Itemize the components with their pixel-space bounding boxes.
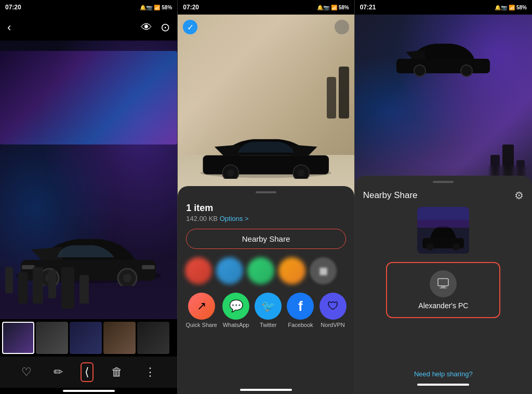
- whatsapp-icon: 💬: [222, 293, 249, 320]
- app-row: ↗ Quick Share 💬 WhatsApp 🐦 Twitter f Fac…: [178, 288, 354, 332]
- share-item-count: 1 item: [186, 203, 345, 214]
- mid-notification-icons: 🔔📷: [317, 5, 329, 10]
- bottom-toolbar: ♡ ✏ ⟨ 🗑 ⋮: [0, 357, 177, 388]
- device-pc-icon: [430, 270, 457, 297]
- edit-button[interactable]: ✏: [49, 361, 67, 383]
- device-alexanders-pc[interactable]: Alexander's PC: [386, 262, 500, 318]
- contact-avatar-5[interactable]: ▦: [310, 257, 337, 284]
- contact-avatar-1[interactable]: [185, 257, 212, 284]
- people-silhouettes: [0, 267, 177, 309]
- nordvpn-icon: 🛡: [320, 293, 347, 320]
- nearby-panel-handle: [433, 181, 454, 183]
- settings-gear-icon[interactable]: ⚙: [514, 189, 524, 202]
- car-mid-body: [195, 122, 337, 181]
- photo-preview-inner: [417, 207, 469, 254]
- options-link[interactable]: Options >: [220, 215, 249, 222]
- svg-rect-23: [438, 279, 448, 286]
- nav-line-right: [417, 384, 469, 386]
- twitter-icon: 🐦: [255, 293, 282, 320]
- eye-icon[interactable]: 👁: [141, 21, 152, 34]
- contact-avatar-2[interactable]: [216, 257, 243, 284]
- svg-rect-22: [417, 207, 469, 220]
- nearby-help: Need help sharing?: [355, 364, 532, 384]
- right-status-icons: 🔔📷 📶 58%: [495, 5, 527, 10]
- nearby-header: Nearby Share ⚙: [355, 186, 532, 207]
- nearby-share-button[interactable]: Nearby Share: [186, 229, 345, 249]
- thumb-1[interactable]: [2, 322, 34, 354]
- app-facebook[interactable]: f Facebook: [287, 293, 314, 328]
- app-whatsapp[interactable]: 💬 WhatsApp: [222, 293, 249, 328]
- svg-rect-24: [441, 286, 445, 287]
- app-quickshare[interactable]: ↗ Quick Share: [185, 293, 217, 328]
- right-phone-panel: 07:21 🔔📷 📶 58%: [355, 0, 532, 394]
- middle-phone-panel: 07:20 🔔📷 📶 58%: [178, 0, 354, 394]
- event-people: [318, 25, 349, 119]
- right-battery-icon: 58%: [516, 5, 527, 10]
- left-top-bar: ‹ 👁 ⊙: [0, 15, 177, 41]
- nearby-title: Nearby Share: [363, 190, 418, 201]
- whatsapp-label: WhatsApp: [223, 322, 249, 328]
- contacts-row: ▦: [178, 253, 354, 288]
- back-button[interactable]: ‹: [7, 21, 11, 34]
- svg-point-15: [414, 65, 425, 76]
- nordvpn-label: NordVPN: [321, 322, 344, 328]
- svg-point-20: [453, 243, 460, 251]
- right-notification-icons: 🔔📷: [495, 5, 507, 10]
- car-right-preview: [391, 30, 495, 79]
- sheet-handle: [256, 191, 276, 193]
- delete-button[interactable]: 🗑: [107, 361, 127, 383]
- thumbnail-strip: [0, 319, 177, 357]
- nearby-share-panel: Nearby Share ⚙: [355, 176, 532, 394]
- device-name: Alexander's PC: [418, 301, 468, 310]
- share-button[interactable]: ⟨: [81, 362, 94, 382]
- heart-button[interactable]: ♡: [17, 361, 36, 383]
- middle-time: 07:20: [183, 4, 199, 11]
- svg-point-13: [298, 169, 305, 177]
- main-photo-left: [0, 41, 177, 319]
- file-size-text: 142.00 KB: [186, 215, 218, 222]
- facebook-icon: f: [287, 293, 314, 320]
- notification-icons: 🔔📷: [140, 5, 152, 10]
- nearby-photo-preview: [417, 207, 469, 254]
- share-sheet: 1 item 142.00 KB Options > Nearby Share …: [178, 186, 354, 394]
- middle-status-bar: 07:20 🔔📷 📶 58%: [178, 0, 354, 15]
- right-time: 07:21: [360, 4, 376, 11]
- device-list: Alexander's PC: [355, 262, 532, 364]
- share-file-size: 142.00 KB Options >: [186, 215, 345, 222]
- app-nordvpn[interactable]: 🛡 NordVPN: [320, 293, 347, 328]
- navigation-bar: [63, 390, 115, 392]
- quickshare-icon: ↗: [188, 293, 215, 320]
- twitter-label: Twitter: [260, 322, 276, 328]
- left-time: 07:20: [5, 4, 21, 11]
- share-info: 1 item 142.00 KB Options >: [178, 199, 354, 225]
- middle-status-icons: 🔔📷 📶 58%: [317, 5, 349, 10]
- app-twitter[interactable]: 🐦 Twitter: [255, 293, 282, 328]
- left-phone-panel: 07:20 🔔📷 📶 58% ‹ 👁 ⊙: [0, 0, 177, 394]
- car-image-mid: [178, 15, 354, 196]
- svg-point-16: [461, 65, 472, 76]
- signal-icons: 📶: [154, 5, 160, 10]
- mid-battery-icon: 58%: [339, 5, 349, 10]
- thumb-4[interactable]: [103, 322, 136, 354]
- thumb-3[interactable]: [70, 322, 102, 354]
- left-status-icons: 🔔📷 📶 58%: [140, 5, 172, 10]
- help-sharing-link[interactable]: Need help sharing?: [414, 370, 473, 378]
- left-status-bar: 07:20 🔔📷 📶 58%: [0, 0, 177, 15]
- more-button[interactable]: ⋮: [140, 361, 160, 383]
- svg-rect-9: [203, 155, 329, 175]
- contact-avatar-3[interactable]: [247, 257, 274, 284]
- thumb-5[interactable]: [137, 322, 169, 354]
- svg-rect-25: [440, 287, 447, 288]
- screen-backdrop: [0, 51, 177, 145]
- svg-point-19: [427, 243, 434, 251]
- thumb-2[interactable]: [36, 322, 68, 354]
- middle-photo: ✓: [178, 15, 354, 196]
- svg-point-11: [227, 169, 234, 177]
- quickshare-label: Quick Share: [185, 322, 217, 328]
- mid-signal-icons: 📶: [331, 5, 337, 10]
- photo-circle-btn[interactable]: [335, 20, 349, 34]
- nearby-btn-wrap: Nearby Share: [178, 225, 354, 253]
- battery-icon: 58%: [162, 5, 172, 10]
- info-icon[interactable]: ⊙: [161, 21, 170, 34]
- contact-avatar-4[interactable]: [278, 257, 305, 284]
